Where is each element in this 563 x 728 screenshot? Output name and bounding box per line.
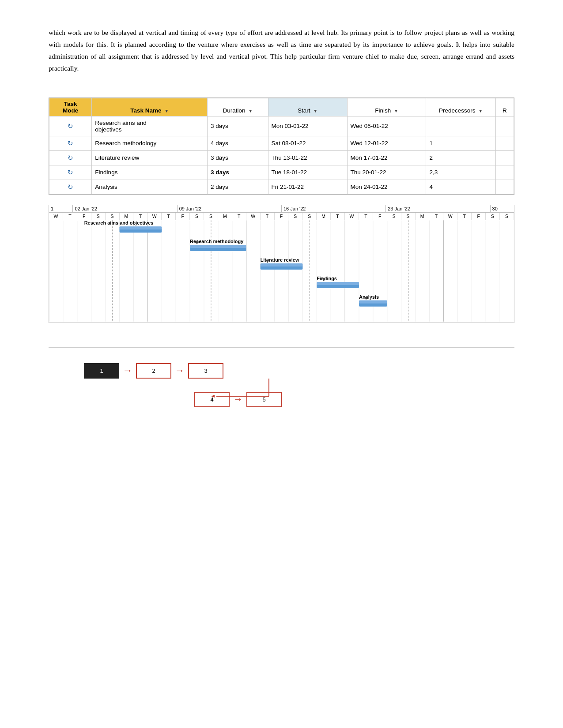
gantt-day-20: T [331, 213, 345, 220]
duration-cell-0: 3 days [207, 116, 268, 136]
gantt-day-19: M [317, 213, 331, 220]
gantt-task-label-4: Analysis [359, 294, 379, 299]
gantt-day-32: S [500, 213, 514, 220]
start-cell-0: Mon 03-01-22 [268, 116, 347, 136]
flow-diagram: 1 → 2 → 3 4 → 5 [49, 347, 514, 407]
gantt-week-5: 23 Jan '22 [386, 205, 490, 212]
sort-icon-finish: ▼ [394, 109, 398, 113]
start-cell-3: Tue 18-01-22 [268, 165, 347, 180]
th-duration: Duration ▼ [207, 98, 268, 116]
th-predecessors: Predecessors ▼ [426, 98, 495, 116]
task-mode-cell-2: ↻ [49, 150, 92, 165]
gantt-day-25: S [401, 213, 416, 220]
gantt-day-29: T [457, 213, 472, 220]
gantt-chart-body: Research aims and objectivesResearch met… [49, 220, 514, 323]
gantt-day-3: S [91, 213, 106, 220]
page: which work are to be displayed at vertic… [0, 0, 563, 728]
gantt-day-13: T [232, 213, 246, 220]
start-cell-1: Sat 08-01-22 [268, 136, 347, 150]
body-paragraph: which work are to be displayed at vertic… [49, 26, 514, 75]
r-cell-0 [495, 116, 514, 136]
task-name-cell-2: Literature review [92, 150, 208, 165]
gantt-day-28: W [443, 213, 457, 220]
gantt-day-1: T [63, 213, 77, 220]
gantt-day-22: T [359, 213, 373, 220]
svg-rect-40 [261, 263, 303, 266]
flow-box-3: 3 [188, 363, 223, 379]
gantt-day-4: S [106, 213, 120, 220]
gantt-day-21: W [345, 213, 359, 220]
predecessors-cell-4: 4 [426, 180, 495, 194]
gantt-day-27: T [429, 213, 443, 220]
gantt-day-31: S [486, 213, 500, 220]
task-mode-cell-4: ↻ [49, 180, 92, 194]
svg-rect-38 [120, 226, 162, 229]
flow-arrow-2-3: → [171, 365, 188, 376]
task-mode-cell-0: ↻ [49, 116, 92, 136]
gantt-day-8: T [162, 213, 176, 220]
gantt-task-label-1: Research methodology [190, 239, 244, 244]
gantt-day-23: F [373, 213, 387, 220]
sort-icon-start: ▼ [313, 109, 317, 113]
r-cell-2 [495, 150, 514, 165]
gantt-chart-svg: Research aims and objectivesResearch met… [49, 220, 514, 322]
task-icon-0: ↻ [68, 122, 73, 130]
gantt-week-6: 30 [491, 205, 514, 212]
gantt-day-24: S [387, 213, 401, 220]
gantt-week-header-row: 1 02 Jan '22 09 Jan '22 16 Jan '22 23 Ja… [49, 205, 514, 213]
svg-marker-45 [211, 395, 215, 398]
task-name-cell-3: Findings [92, 165, 208, 180]
th-r: R [495, 98, 514, 116]
svg-rect-41 [317, 281, 359, 285]
gantt-day-0: W [49, 213, 63, 220]
duration-cell-1: 4 days [207, 136, 268, 150]
gantt-week-1: 1 [49, 205, 73, 212]
gantt-week-3: 09 Jan '22 [178, 205, 282, 212]
gantt-day-2: F [77, 213, 91, 220]
flow-box-2: 2 [136, 363, 171, 379]
sort-icon-task-name: ▼ [164, 109, 169, 113]
predecessors-cell-0 [426, 116, 495, 136]
task-mode-cell-3: ↻ [49, 165, 92, 180]
task-name-cell-0: Research aims and objectives [92, 116, 208, 136]
task-name-cell-4: Analysis [92, 180, 208, 194]
r-cell-4 [495, 180, 514, 194]
flow-box-1: 1 [84, 363, 119, 379]
duration-cell-4: 2 days [207, 180, 268, 194]
gantt-task-label-3: Findings [317, 275, 337, 281]
sort-icon-predecessors: ▼ [478, 109, 483, 113]
finish-cell-0: Wed 05-01-22 [347, 116, 426, 136]
predecessors-cell-2: 2 [426, 150, 495, 165]
finish-cell-2: Mon 17-01-22 [347, 150, 426, 165]
gantt-day-9: F [176, 213, 190, 220]
finish-cell-3: Thu 20-01-22 [347, 165, 426, 180]
flow-row-top: 1 → 2 → 3 [84, 363, 514, 379]
r-cell-3 [495, 165, 514, 180]
gantt-chart-section: 1 02 Jan '22 09 Jan '22 16 Jan '22 23 Ja… [49, 205, 514, 323]
gantt-day-30: F [472, 213, 486, 220]
gantt-task-label-0: Research aims and objectives [84, 220, 154, 225]
flow-arrow-1-2: → [119, 365, 136, 376]
gantt-day-11: S [204, 213, 218, 220]
task-icon-2: ↻ [68, 154, 73, 161]
gantt-day-15: T [261, 213, 275, 220]
sort-icon-duration: ▼ [248, 109, 253, 113]
gantt-day-17: S [288, 213, 302, 220]
gantt-day-16: F [275, 213, 289, 220]
task-icon-3: ↻ [68, 169, 73, 176]
r-cell-1 [495, 136, 514, 150]
flow-connector-svg [84, 379, 349, 401]
flow-connector [84, 379, 514, 396]
task-icon-1: ↻ [68, 139, 73, 147]
gantt-task-label-2: Literature review [261, 257, 299, 263]
task-icon-4: ↻ [68, 183, 73, 191]
gantt-day-18: S [302, 213, 317, 220]
task-name-cell-1: Research methodology [92, 136, 208, 150]
predecessors-cell-3: 2,3 [426, 165, 495, 180]
start-cell-4: Fri 21-01-22 [268, 180, 347, 194]
gantt-table: TaskMode Task Name ▼ Duration ▼ Start ▼ … [49, 98, 514, 195]
th-start: Start ▼ [268, 98, 347, 116]
predecessors-cell-1: 1 [426, 136, 495, 150]
gantt-day-7: W [147, 213, 162, 220]
gantt-week-2: 02 Jan '22 [73, 205, 177, 212]
